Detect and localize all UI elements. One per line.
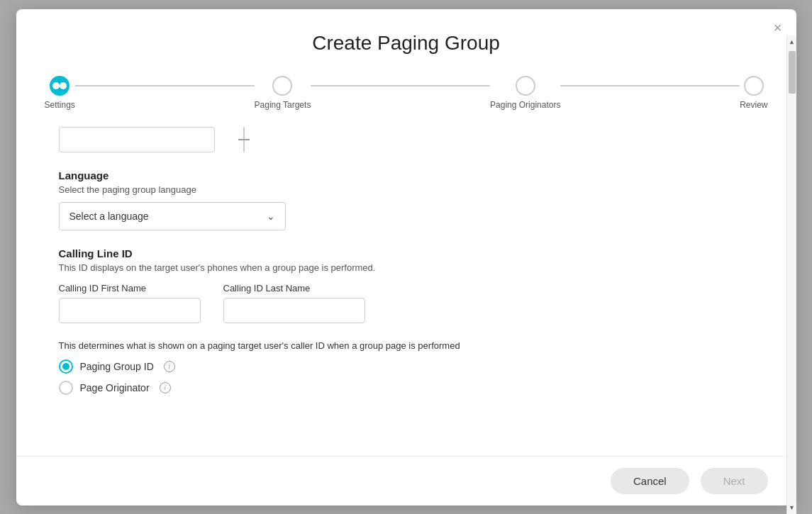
step-line-2 [311, 85, 490, 86]
modal-container: × Create Paging Group Settings Paging Ta… [16, 9, 796, 505]
step-paging-originators: Paging Originators [490, 76, 560, 110]
modal-footer: Cancel Next [16, 456, 796, 505]
language-title: Language [59, 169, 754, 181]
modal-body: Language Select the paging group languag… [16, 124, 796, 456]
first-name-label: Calling ID First Name [59, 283, 201, 294]
top-inputs-row [59, 124, 754, 152]
scroll-up-arrow[interactable]: ▲ [787, 35, 796, 48]
dash-decoration [238, 139, 250, 140]
scroll-down-arrow[interactable]: ▼ [787, 501, 796, 514]
language-section: Language Select the paging group languag… [59, 169, 754, 230]
top-input-dash[interactable] [243, 127, 245, 152]
step-settings: Settings [45, 76, 75, 110]
name-fields-row: Calling ID First Name Calling ID Last Na… [59, 283, 754, 323]
scrollbar-track: ▲ ▼ [786, 35, 796, 514]
caller-id-note: This determines what is shown on a pagin… [59, 340, 754, 351]
cancel-button[interactable]: Cancel [611, 468, 689, 494]
stepper: Settings Paging Targets Paging Originato… [16, 69, 796, 124]
next-button[interactable]: Next [701, 468, 768, 494]
last-name-group: Calling ID Last Name [223, 283, 365, 323]
step-label-paging-targets: Paging Targets [255, 100, 311, 110]
language-dropdown[interactable]: Select a language ⌄ [59, 202, 286, 230]
radio-label-page-originator: Page Originator [80, 382, 150, 393]
calling-line-id-section: Calling Line ID This ID displays on the … [59, 247, 754, 323]
step-paging-targets: Paging Targets [255, 76, 311, 110]
step-circle-paging-targets [272, 76, 292, 96]
step-label-settings: Settings [45, 100, 75, 110]
step-circle-inner [52, 82, 60, 89]
step-circle-settings [50, 76, 69, 96]
last-name-label: Calling ID Last Name [223, 283, 365, 294]
info-icon-paging-group-id[interactable]: i [164, 361, 175, 372]
step-review: Review [740, 76, 767, 110]
step-line-3 [560, 85, 740, 86]
first-name-input[interactable] [59, 298, 201, 323]
modal-overlay: × Create Paging Group Settings Paging Ta… [0, 0, 812, 514]
radio-outer-paging-group-id [59, 359, 73, 374]
step-circle-paging-originators [516, 76, 535, 96]
scroll-thumb[interactable] [789, 51, 796, 94]
radio-inner-paging-group-id [62, 363, 69, 370]
language-subtitle: Select the paging group language [59, 184, 754, 195]
info-icon-page-originator[interactable]: i [160, 382, 171, 393]
radio-page-originator[interactable]: Page Originator i [59, 381, 754, 395]
calling-line-id-title: Calling Line ID [59, 247, 754, 259]
chevron-down-icon: ⌄ [267, 211, 275, 222]
radio-outer-page-originator [59, 381, 73, 395]
first-name-group: Calling ID First Name [59, 283, 201, 323]
top-input-left[interactable] [59, 127, 215, 152]
language-placeholder: Select a language [69, 211, 149, 222]
calling-line-id-description: This ID displays on the target user's ph… [59, 262, 754, 273]
step-label-review: Review [740, 100, 767, 110]
step-line-1 [75, 85, 255, 86]
step-label-paging-originators: Paging Originators [490, 100, 560, 110]
caller-id-radio-section: This determines what is shown on a pagin… [59, 340, 754, 395]
step-circle-review [744, 76, 764, 96]
modal-title: Create Paging Group [45, 32, 768, 55]
radio-label-paging-group-id: Paging Group ID [80, 361, 154, 372]
last-name-input[interactable] [223, 298, 365, 323]
modal-header: Create Paging Group [16, 9, 796, 69]
close-button[interactable]: × [774, 21, 782, 35]
radio-paging-group-id[interactable]: Paging Group ID i [59, 359, 754, 374]
